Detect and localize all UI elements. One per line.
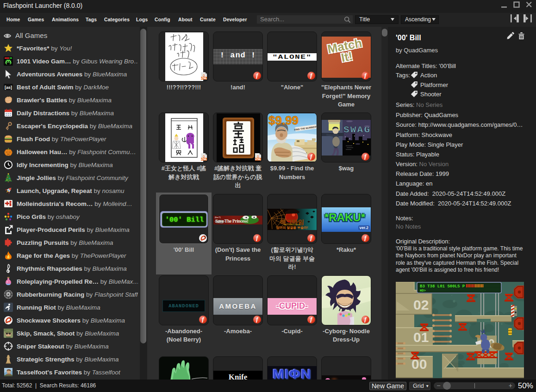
svg-text:HALLOWEEN EVENT: HALLOWEEN EVENT — [284, 224, 300, 226]
svg-text:[as]: [as] — [5, 85, 12, 90]
svg-text:암마의 달긭을 부슬라!: 암마의 달긭을 부슬라! — [276, 226, 308, 230]
svg-text:HD>: HD> — [420, 289, 426, 292]
svg-text:$9.99: $9.99 — [268, 113, 299, 127]
svg-text:01: 01 — [413, 330, 429, 345]
svg-text:02: 02 — [413, 297, 429, 312]
svg-text:Save The Princess!: Save The Princess! — [215, 218, 249, 224]
svg-text:B3 T38 L01 S00LS P: B3 T38 L01 S00LS P — [420, 284, 465, 289]
